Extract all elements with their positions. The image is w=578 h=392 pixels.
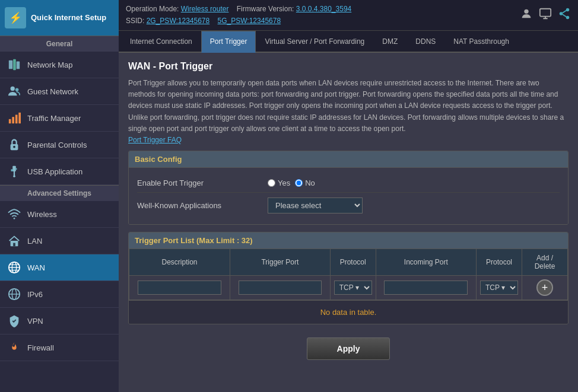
person-icon[interactable] — [520, 7, 533, 23]
topbar-info: Operation Mode: Wireless router Firmware… — [126, 4, 351, 26]
lock-icon — [7, 138, 21, 152]
sidebar-item-guest-network[interactable]: Guest Network — [0, 78, 119, 105]
sidebar-item-traffic-manager[interactable]: Traffic Manager — [0, 105, 119, 132]
ssid-2g[interactable]: 2G_PSW:12345678 — [147, 17, 210, 25]
tab-virtual-server[interactable]: Virtual Server / Port Forwarding — [256, 31, 373, 53]
firmware-value: 3.0.0.4.380_3594 — [296, 5, 351, 13]
sidebar-item-vpn[interactable]: VPN — [0, 308, 119, 334]
tab-ddns[interactable]: DDNS — [406, 31, 444, 53]
usb-icon — [7, 164, 21, 179]
sidebar-item-network-map[interactable]: Network Map — [0, 52, 119, 78]
radio-no-label[interactable]: No — [295, 179, 315, 187]
well-known-control: Please select — [268, 197, 363, 213]
page-description: Port Trigger allows you to temporarily o… — [128, 78, 569, 146]
tabs: Internet Connection Port Trigger Virtual… — [119, 31, 578, 53]
svg-rect-0 — [9, 60, 12, 69]
content: WAN - Port Trigger Port Trigger allows y… — [119, 53, 578, 392]
svg-rect-14 — [15, 168, 17, 170]
sidebar-label-network-map: Network Map — [27, 60, 73, 69]
tab-dmz[interactable]: DMZ — [373, 31, 406, 53]
svg-point-12 — [13, 175, 15, 177]
svg-rect-8 — [18, 113, 21, 123]
svg-point-3 — [11, 87, 15, 91]
basic-config-title: Basic Config — [129, 151, 568, 168]
sidebar-label-ipv6: IPv6 — [27, 290, 43, 299]
enable-radio-group: Yes No — [268, 179, 315, 187]
sidebar-label-vpn: VPN — [27, 317, 43, 326]
no-data-message: No data in table. — [129, 300, 568, 324]
svg-point-15 — [14, 218, 15, 219]
input-trigger-port[interactable] — [239, 281, 322, 295]
select-protocol1[interactable]: TCP ▾ UDP BOTH — [334, 281, 372, 295]
sidebar-label-wan: WAN — [27, 263, 45, 272]
operation-mode-value[interactable]: Wireless router — [181, 5, 229, 13]
radio-yes[interactable] — [268, 179, 275, 187]
trigger-port-list-title: Trigger Port List (Max Limit : 32) — [129, 232, 568, 248]
svg-rect-27 — [540, 9, 551, 17]
sidebar-item-lan[interactable]: LAN — [0, 228, 119, 254]
enable-label: Enable Port Trigger — [137, 179, 268, 187]
cell-protocol1: TCP ▾ UDP BOTH — [330, 276, 376, 300]
chart-icon — [7, 111, 21, 125]
well-known-select[interactable]: Please select — [268, 197, 363, 213]
tab-nat-passthrough[interactable]: NAT Passthrough — [444, 31, 518, 53]
cell-description — [129, 276, 230, 300]
sidebar-item-wan[interactable]: WAN — [0, 254, 119, 281]
firmware-label: Firmware Version: — [237, 5, 294, 13]
radio-yes-label[interactable]: Yes — [268, 179, 290, 187]
display-icon[interactable] — [539, 7, 552, 23]
input-description[interactable] — [138, 281, 221, 295]
basic-config-body: Enable Port Trigger Yes No Well-Known Ap — [129, 168, 568, 224]
tab-port-trigger[interactable]: Port Trigger — [201, 31, 256, 53]
ssid-5g[interactable]: 5G_PSW:12345678 — [218, 17, 281, 25]
globe2-icon — [7, 287, 21, 301]
fire-icon — [7, 340, 21, 355]
cell-trigger-port — [230, 276, 331, 300]
cell-protocol2: TCP ▾ UDP BOTH — [477, 276, 522, 300]
cell-add-delete: + — [522, 276, 568, 300]
svg-rect-17 — [13, 243, 15, 247]
col-incoming-port: Incoming Port — [376, 249, 476, 276]
quick-setup-icon: ⚡ — [5, 7, 26, 28]
page-title: WAN - Port Trigger — [128, 61, 569, 72]
sidebar-label-traffic-manager: Traffic Manager — [27, 114, 81, 123]
wifi-icon — [7, 207, 21, 221]
trigger-port-table: Description Trigger Port Protocol Incomi… — [129, 248, 568, 300]
svg-point-26 — [524, 9, 528, 14]
svg-point-10 — [13, 146, 15, 148]
sidebar-item-wireless[interactable]: Wireless — [0, 201, 119, 228]
col-protocol1: Protocol — [330, 249, 376, 276]
col-trigger-port: Trigger Port — [230, 249, 331, 276]
share-icon[interactable] — [558, 7, 571, 23]
basic-config-section: Basic Config Enable Port Trigger Yes No — [128, 151, 569, 225]
topbar-icons — [520, 7, 571, 23]
globe-icon — [7, 260, 21, 275]
sidebar-label-parental-controls: Parental Controls — [27, 141, 87, 149]
table-row-input: TCP ▾ UDP BOTH TCP ▾ UDP — [129, 276, 568, 300]
general-section-label: General — [0, 36, 119, 52]
sidebar-header[interactable]: ⚡ Quick Internet Setup — [0, 0, 119, 36]
operation-mode-label: Operation Mode: — [126, 5, 179, 13]
sidebar-label-usb-application: USB Application — [27, 167, 82, 176]
svg-line-32 — [563, 14, 566, 17]
radio-no[interactable] — [295, 179, 303, 187]
col-protocol2: Protocol — [477, 249, 522, 276]
select-protocol2[interactable]: TCP ▾ UDP BOTH — [480, 281, 518, 295]
sidebar-item-ipv6[interactable]: IPv6 — [0, 281, 119, 308]
advanced-section-label: Advanced Settings — [0, 185, 119, 201]
svg-rect-7 — [15, 115, 18, 124]
sidebar-item-firewall[interactable]: Firewall — [0, 334, 119, 361]
sidebar-item-usb-application[interactable]: USB Application — [0, 158, 119, 185]
faq-link[interactable]: Port Trigger FAQ — [128, 136, 182, 144]
well-known-label: Well-Known Applications — [137, 201, 268, 210]
col-description: Description — [129, 249, 230, 276]
apply-area: Apply — [128, 332, 569, 362]
apply-button[interactable]: Apply — [307, 337, 390, 360]
add-row-button[interactable]: + — [536, 279, 553, 296]
input-incoming-port[interactable] — [384, 281, 468, 295]
sidebar-label-firewall: Firewall — [27, 343, 54, 352]
tab-internet-connection[interactable]: Internet Connection — [121, 31, 201, 53]
well-known-apps-row: Well-Known Applications Please select — [137, 193, 560, 218]
sidebar-item-parental-controls[interactable]: Parental Controls — [0, 132, 119, 158]
home-icon — [7, 234, 21, 248]
